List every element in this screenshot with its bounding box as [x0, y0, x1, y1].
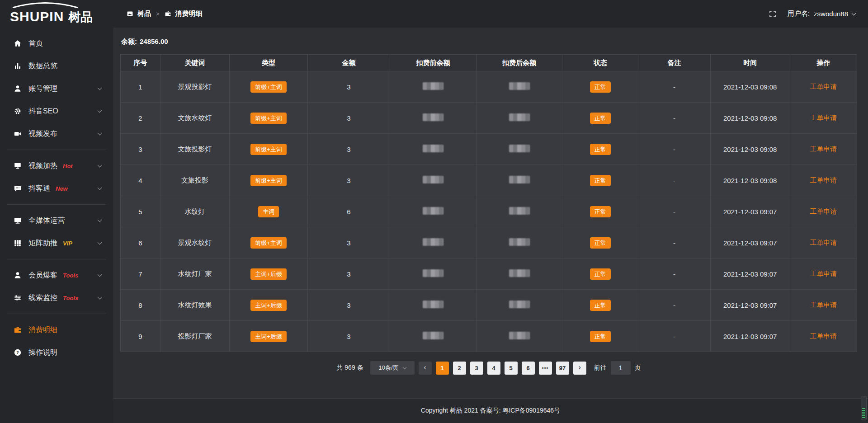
- sidebar-item-label: 视频发布: [28, 129, 57, 139]
- work-order-link[interactable]: 工单申请: [810, 176, 837, 184]
- page-button[interactable]: 1: [436, 362, 449, 375]
- masked-balance-after: [509, 176, 530, 183]
- sidebar-item[interactable]: 消费明细: [0, 319, 113, 341]
- sidebar-item[interactable]: 抖音SEO: [0, 100, 113, 122]
- cell-index: 5: [121, 196, 160, 227]
- chevron-down-icon: [98, 217, 102, 222]
- page-size-select[interactable]: 10条/页: [370, 361, 415, 375]
- work-order-link[interactable]: 工单申请: [810, 301, 837, 309]
- masked-balance-after: [509, 332, 530, 339]
- sidebar-item-icon: [14, 162, 22, 170]
- cell-remark: -: [638, 71, 711, 103]
- sidebar-item[interactable]: 账号管理: [0, 77, 113, 100]
- sidebar-item[interactable]: 抖客通 New: [0, 177, 113, 200]
- goto-suffix: 页: [635, 364, 641, 372]
- cell-keyword: 水纹灯: [160, 196, 229, 227]
- cell-index: 1: [121, 71, 160, 103]
- sidebar-item[interactable]: 视频加热 Hot: [0, 155, 113, 177]
- sidebar-item-label: 线索监控: [28, 293, 57, 303]
- cell-balance-before: [390, 321, 476, 352]
- goto-label: 前往: [594, 364, 607, 372]
- dashboard-icon: [127, 10, 133, 17]
- floating-widget[interactable]: [861, 396, 867, 420]
- cell-balance-before: [390, 134, 476, 165]
- user-dropdown[interactable]: 用户名: zswodun88: [788, 9, 855, 18]
- sidebar-item[interactable]: 数据总览: [0, 55, 113, 77]
- sidebar-item-badge: New: [56, 185, 68, 192]
- column-header: 扣费后余额: [476, 55, 562, 71]
- page-button[interactable]: 6: [522, 362, 535, 375]
- sidebar-item[interactable]: 会员爆客 Tools: [0, 264, 113, 287]
- sidebar-item[interactable]: 操作说明: [0, 341, 113, 364]
- work-order-link[interactable]: 工单申请: [810, 114, 837, 122]
- sidebar-item[interactable]: 矩阵助推 VIP: [0, 232, 113, 254]
- app-logo: SHUPIN 树品: [0, 0, 113, 28]
- page-button[interactable]: 2: [453, 362, 466, 375]
- sidebar-item[interactable]: 线索监控 Tools: [0, 287, 113, 309]
- balance-label: 余额:: [121, 38, 137, 45]
- chevron-down-icon: [98, 163, 102, 167]
- breadcrumb-root[interactable]: 树品: [137, 9, 151, 18]
- cell-status: 正常: [562, 165, 638, 196]
- masked-balance-before: [423, 269, 443, 277]
- cell-keyword: 文旅投影灯: [160, 134, 229, 165]
- sidebar-item[interactable]: 首页: [0, 32, 113, 55]
- logo-arc: [11, 2, 80, 8]
- cell-index: 4: [121, 165, 160, 196]
- page-button[interactable]: 3: [470, 362, 483, 375]
- cell-status: 正常: [562, 196, 638, 227]
- masked-balance-before: [423, 82, 443, 90]
- cell-balance-after: [476, 258, 562, 290]
- work-order-link[interactable]: 工单申请: [810, 239, 837, 246]
- masked-balance-after: [509, 207, 530, 215]
- sidebar-item-label: 视频加热: [28, 161, 57, 171]
- sidebar-item-icon: [14, 130, 22, 138]
- cell-remark: -: [638, 165, 711, 196]
- cell-amount: 3: [307, 103, 390, 134]
- work-order-link[interactable]: 工单申请: [810, 83, 837, 90]
- prev-page-button[interactable]: ‹: [419, 362, 432, 375]
- sidebar-divider: [7, 259, 106, 259]
- next-page-button[interactable]: ›: [573, 362, 586, 375]
- sidebar-item-icon: [14, 62, 22, 70]
- type-badge: 前缀+主词: [250, 113, 287, 124]
- cell-index: 2: [121, 103, 160, 134]
- logo-text-cn: 树品: [68, 11, 93, 28]
- sidebar: SHUPIN 树品 首页 数据总览: [0, 0, 113, 423]
- chevron-down-icon: [98, 131, 102, 135]
- page-button[interactable]: •••: [539, 362, 552, 375]
- masked-balance-before: [423, 145, 443, 152]
- work-order-link[interactable]: 工单申请: [810, 207, 837, 215]
- masked-balance-after: [509, 238, 530, 246]
- pagination: 共 969 条 10条/页 ‹ 123456•••97 › 前往 页: [120, 361, 857, 375]
- cell-action: 工单申请: [790, 71, 857, 103]
- fullscreen-icon[interactable]: [769, 10, 777, 18]
- main-column: 树品 > 消费明细 用户名: zswodun88 余额:24856.00: [113, 0, 868, 423]
- work-order-link[interactable]: 工单申请: [810, 145, 837, 153]
- topbar-right: 用户名: zswodun88: [769, 9, 855, 18]
- sidebar-item-icon: [14, 85, 22, 93]
- wallet-icon: [165, 10, 171, 17]
- status-badge: 正常: [590, 175, 611, 186]
- chevron-down-icon: [98, 295, 102, 299]
- cell-type: 主词+后缀: [230, 258, 308, 290]
- work-order-link[interactable]: 工单申请: [810, 332, 837, 340]
- goto-page-input[interactable]: [611, 361, 631, 375]
- sidebar-item-label: 操作说明: [28, 348, 57, 357]
- sidebar-item-icon: [14, 348, 22, 357]
- sidebar-item-badge: Tools: [63, 272, 78, 279]
- sidebar-item-badge: Hot: [63, 163, 73, 169]
- cell-keyword: 水纹灯效果: [160, 290, 229, 321]
- cell-index: 3: [121, 134, 160, 165]
- column-header: 状态: [562, 55, 638, 71]
- cell-time: 2021-12-03 09:08: [710, 103, 790, 134]
- sidebar-item[interactable]: 全媒体运营: [0, 209, 113, 232]
- cell-balance-before: [390, 196, 476, 227]
- page-button[interactable]: 97: [556, 362, 569, 375]
- sidebar-item[interactable]: 视频发布: [0, 122, 113, 145]
- page-button[interactable]: 5: [505, 362, 518, 375]
- cell-amount: 6: [307, 196, 390, 227]
- table-row: 2 文旅水纹灯 前缀+主词 3 正常 - 2021-12-03 09:08 工单…: [121, 103, 857, 134]
- work-order-link[interactable]: 工单申请: [810, 270, 837, 277]
- page-button[interactable]: 4: [487, 362, 500, 375]
